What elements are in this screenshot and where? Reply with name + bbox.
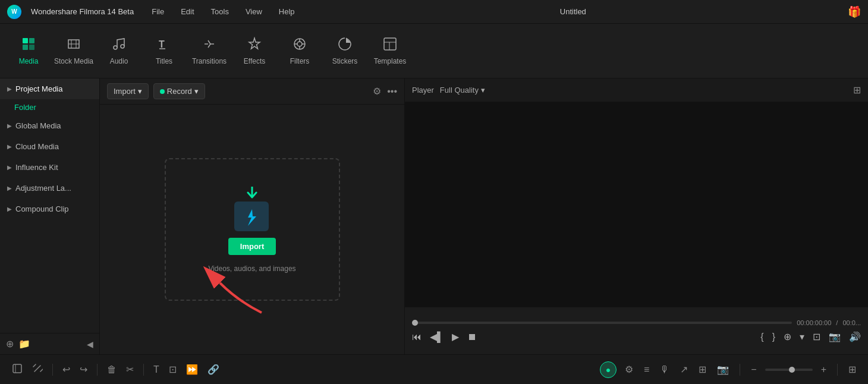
sidebar-item-project-media[interactable]: ▶ Project Media: [0, 78, 99, 99]
toolbar-separator-3: [143, 364, 144, 376]
sidebar-item-adjustment-layer[interactable]: ▶ Adjustment La...: [0, 178, 99, 199]
time-total: 00:0...: [842, 319, 861, 326]
toolbar-stock-media[interactable]: Stock Media: [52, 27, 95, 75]
collapse-sidebar-button[interactable]: ◀: [87, 339, 93, 349]
import-button[interactable]: Import ▾: [107, 83, 149, 99]
zoom-slider[interactable]: [765, 369, 813, 371]
quality-select[interactable]: Full Quality ▾: [440, 86, 485, 95]
zoom-slider-thumb: [789, 367, 795, 373]
cut-button[interactable]: ✂: [124, 361, 136, 377]
zoom-out-button[interactable]: −: [749, 362, 759, 377]
svg-point-4: [114, 46, 117, 49]
record-dropdown-arrow[interactable]: ▾: [194, 87, 199, 96]
toolbar-transitions[interactable]: Transitions: [188, 27, 231, 75]
new-folder-button[interactable]: 📁: [18, 338, 30, 350]
import-dropdown-arrow[interactable]: ▾: [138, 87, 142, 96]
play-button[interactable]: ▶: [452, 331, 459, 342]
toolbar-audio-label: Audio: [110, 57, 128, 65]
svg-rect-0: [23, 38, 28, 43]
toolbar-audio[interactable]: Audio: [98, 27, 140, 75]
bottom-right-controls: ● ⚙ ≡ 🎙 ↗ ⊞ 📷 − + ⊞: [600, 361, 858, 378]
menu-tools[interactable]: Tools: [207, 5, 232, 18]
dropzone-box[interactable]: Import Videos, audios, and images: [165, 158, 340, 301]
delete-button[interactable]: 🗑: [105, 362, 119, 377]
redo-button[interactable]: ↪: [77, 361, 90, 377]
player-toolbar: Player Full Quality ▾ ⊞: [405, 78, 868, 102]
import-label: Import: [114, 87, 136, 96]
stop-button[interactable]: ⏹: [467, 332, 477, 342]
svg-rect-2: [23, 45, 28, 50]
toolbar-filters[interactable]: Filters: [278, 27, 321, 75]
sidebar-item-compound-clip[interactable]: ▶ Compound Clip: [0, 199, 99, 219]
fullscreen-button[interactable]: ⊡: [813, 331, 820, 342]
layout-button[interactable]: ⊞: [846, 361, 858, 377]
menu-edit[interactable]: Edit: [177, 5, 197, 18]
app-logo: W: [7, 5, 21, 19]
menu-help[interactable]: Help: [275, 5, 298, 18]
undo-button[interactable]: ↩: [60, 361, 73, 377]
main-layout: ▶ Project Media Folder ▶ Global Media ▶ …: [0, 78, 868, 354]
svg-rect-1: [29, 38, 34, 43]
filter-button[interactable]: ⚙: [373, 86, 381, 97]
media-icon: [21, 37, 36, 55]
toolbar-separator-1: [52, 364, 53, 376]
step-back-button[interactable]: ⏮: [412, 332, 422, 342]
sidebar-item-influence-kit[interactable]: ▶ Influence Kit: [0, 157, 99, 178]
toolbar-stickers[interactable]: Stickers: [323, 27, 366, 75]
toolbar-titles[interactable]: T Titles: [143, 27, 185, 75]
mark-in-button[interactable]: {: [760, 332, 763, 342]
mark-out-button[interactable]: }: [772, 332, 775, 342]
sidebar-item-adjustment-layer-label: Adjustment La...: [15, 184, 71, 193]
track-button[interactable]: ≡: [641, 362, 652, 377]
text-button[interactable]: T: [151, 362, 162, 377]
playback-dropdown[interactable]: ▾: [800, 331, 804, 342]
trim-tool-button[interactable]: [30, 361, 45, 379]
export-button[interactable]: ↗: [678, 361, 690, 377]
sidebar: ▶ Project Media Folder ▶ Global Media ▶ …: [0, 78, 100, 354]
templates-icon: [383, 37, 397, 55]
frame-back-button[interactable]: ◀▌: [430, 331, 444, 342]
sidebar-item-global-media[interactable]: ▶ Global Media: [0, 115, 99, 136]
project-title: Untitled: [308, 7, 838, 16]
mic-button[interactable]: 🎙: [658, 362, 672, 377]
sidebar-item-influence-kit-label: Influence Kit: [15, 163, 58, 172]
toolbar-templates[interactable]: Templates: [369, 27, 411, 75]
select-tool-button[interactable]: [10, 361, 25, 379]
speed-button[interactable]: ⏩: [184, 361, 200, 377]
toolbar-effects[interactable]: Effects: [233, 27, 276, 75]
sidebar-folder[interactable]: Folder: [0, 99, 99, 115]
add-media-button[interactable]: ⊕: [6, 338, 14, 350]
dropzone: Import Videos, audios, and images: [100, 105, 404, 354]
import-cta-button[interactable]: Import: [228, 238, 276, 255]
more-button[interactable]: •••: [387, 86, 397, 97]
more-track-button[interactable]: ⊞: [696, 361, 709, 377]
menu-file[interactable]: File: [148, 5, 168, 18]
settings-button[interactable]: ⚙: [622, 361, 636, 377]
zoom-in-button[interactable]: +: [819, 362, 829, 377]
zoom-slider-container: [765, 369, 813, 371]
toolbar-media[interactable]: Media: [7, 27, 50, 75]
time-separator: /: [836, 319, 838, 326]
add-to-timeline-button[interactable]: ⊕: [784, 331, 791, 342]
link-button[interactable]: 🔗: [205, 361, 222, 377]
toolbar-separator-5: [837, 364, 838, 376]
menu-view[interactable]: View: [242, 5, 266, 18]
camera-button[interactable]: 📷: [715, 361, 731, 377]
record-button[interactable]: Record ▾: [153, 83, 205, 99]
svg-point-5: [121, 45, 124, 48]
quality-dropdown-arrow[interactable]: ▾: [481, 86, 485, 95]
active-track-button[interactable]: ●: [600, 361, 617, 378]
sidebar-item-cloud-media[interactable]: ▶ Cloud Media: [0, 136, 99, 157]
svg-text:T: T: [159, 39, 165, 49]
influence-kit-arrow: ▶: [7, 164, 12, 171]
crop-button[interactable]: ⊡: [166, 361, 179, 377]
titlebar: W Wondershare Filmora 14 Beta File Edit …: [0, 0, 868, 24]
toolbar-templates-label: Templates: [374, 57, 407, 65]
screenshot-button[interactable]: 📷: [829, 331, 841, 342]
grid-view-icon[interactable]: ⊞: [853, 84, 861, 96]
player-buttons: ⏮ ◀▌ ▶ ⏹ { } ⊕ ▾ ⊡ 📷 🔊: [412, 331, 861, 342]
progress-bar[interactable]: [412, 322, 792, 324]
audio-button[interactable]: 🔊: [849, 331, 861, 342]
gift-icon[interactable]: 🎁: [848, 5, 861, 18]
svg-point-9: [297, 42, 302, 46]
